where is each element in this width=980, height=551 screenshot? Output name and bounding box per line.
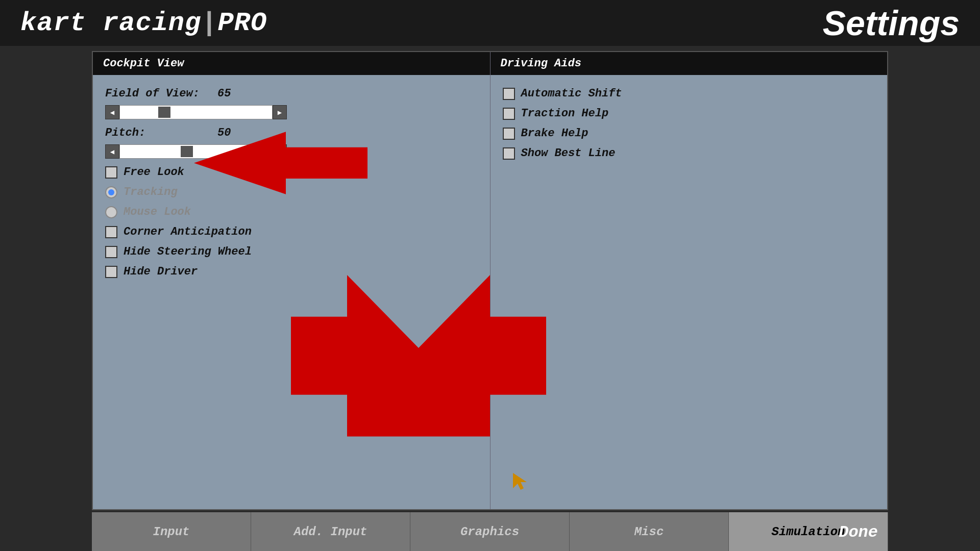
brake-help-checkbox[interactable]: [503, 128, 515, 140]
show-best-line-row[interactable]: Show Best Line: [503, 147, 875, 160]
tracking-row[interactable]: Tracking: [105, 186, 478, 198]
corner-anticipation-row[interactable]: Corner Anticipation: [105, 226, 478, 238]
cockpit-view-header: Cockpit View: [93, 52, 490, 75]
pitch-slider-right[interactable]: ▶: [273, 144, 287, 159]
free-look-checkbox[interactable]: [105, 166, 117, 179]
mouse-look-radio[interactable]: [105, 206, 117, 218]
pitch-label: Pitch:: [105, 127, 207, 139]
pitch-slider-thumb[interactable]: [181, 146, 193, 157]
tab-misc[interactable]: Misc: [570, 512, 729, 551]
automatic-shift-row[interactable]: Automatic Shift: [503, 87, 875, 100]
app-title: kart racing|PRO: [20, 8, 267, 38]
main-content: Cockpit View Field of View: 65 ◀ ▶ Pitch…: [92, 51, 888, 551]
free-look-label: Free Look: [124, 166, 184, 179]
cockpit-view-body: Field of View: 65 ◀ ▶ Pitch: 50 ◀: [93, 83, 490, 289]
svg-marker-0: [513, 473, 527, 490]
pitch-value: 50: [217, 127, 231, 139]
mouse-look-label: Mouse Look: [124, 206, 191, 218]
fov-value: 65: [217, 87, 231, 100]
header: kart racing|PRO Settings: [0, 0, 980, 46]
traction-help-row[interactable]: Traction Help: [503, 107, 875, 120]
brake-help-label: Brake Help: [521, 127, 589, 140]
free-look-row[interactable]: Free Look: [105, 166, 478, 179]
app-title-text: kart racing: [20, 8, 201, 38]
tab-input[interactable]: Input: [92, 512, 251, 551]
fov-slider-right[interactable]: ▶: [273, 105, 287, 119]
traction-help-checkbox[interactable]: [503, 108, 515, 120]
fov-row: Field of View: 65: [105, 87, 478, 100]
hide-driver-row[interactable]: Hide Driver: [105, 265, 478, 278]
tabs-bar: Input Add. Input Graphics Misc Simulatio…: [92, 512, 888, 551]
fov-slider-container: ◀ ▶: [105, 105, 478, 119]
hide-steering-wheel-label: Hide Steering Wheel: [124, 245, 252, 258]
automatic-shift-checkbox[interactable]: [503, 88, 515, 100]
show-best-line-checkbox[interactable]: [503, 147, 515, 160]
pitch-slider-track[interactable]: [119, 144, 273, 159]
fov-slider-track[interactable]: [119, 105, 273, 119]
corner-anticipation-checkbox[interactable]: [105, 226, 117, 238]
done-button[interactable]: Done: [839, 523, 878, 542]
fov-slider-thumb[interactable]: [158, 107, 170, 118]
pitch-slider-left[interactable]: ◀: [105, 144, 119, 159]
cursor-icon: [510, 470, 531, 491]
tracking-label: Tracking: [124, 186, 178, 198]
mouse-look-row[interactable]: Mouse Look: [105, 206, 478, 218]
tab-add-input[interactable]: Add. Input: [251, 512, 410, 551]
show-best-line-label: Show Best Line: [521, 147, 616, 160]
driving-aids-header: Driving Aids: [491, 52, 888, 75]
tab-graphics[interactable]: Graphics: [410, 512, 570, 551]
hide-steering-wheel-checkbox[interactable]: [105, 246, 117, 258]
hide-steering-wheel-row[interactable]: Hide Steering Wheel: [105, 245, 478, 258]
driving-aids-body: Automatic Shift Traction Help Brake Help…: [491, 83, 888, 171]
hide-driver-checkbox[interactable]: [105, 266, 117, 278]
tracking-radio[interactable]: [105, 186, 117, 198]
pitch-slider-container: ◀ ▶: [105, 144, 478, 159]
corner-anticipation-label: Corner Anticipation: [124, 226, 252, 238]
brake-help-row[interactable]: Brake Help: [503, 127, 875, 140]
settings-panel: Cockpit View Field of View: 65 ◀ ▶ Pitch…: [92, 51, 888, 510]
left-panel: Cockpit View Field of View: 65 ◀ ▶ Pitch…: [93, 52, 491, 509]
hide-driver-label: Hide Driver: [124, 265, 198, 278]
fov-slider-left[interactable]: ◀: [105, 105, 119, 119]
traction-help-label: Traction Help: [521, 107, 609, 120]
fov-label: Field of View:: [105, 87, 207, 100]
page-title: Settings: [823, 3, 960, 43]
pitch-row: Pitch: 50: [105, 127, 478, 139]
automatic-shift-label: Automatic Shift: [521, 87, 622, 100]
right-panel: Driving Aids Automatic Shift Traction He…: [491, 52, 888, 509]
